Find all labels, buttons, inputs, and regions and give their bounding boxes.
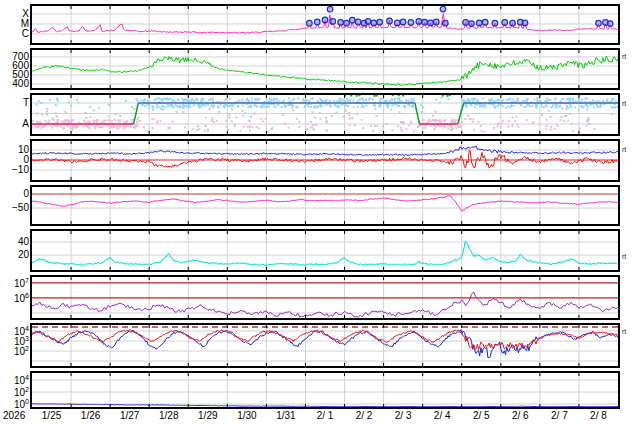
date-label: 2/ 4 xyxy=(425,410,459,422)
panel-imf-bt-bz xyxy=(30,139,620,182)
date-label: 2/ 3 xyxy=(386,410,420,422)
y-tick-label-imf-sector: T xyxy=(0,98,29,108)
date-label: 1/30 xyxy=(230,410,264,422)
y-tick-label-proton-flux: 104 xyxy=(0,375,29,386)
date-label: 2/ 2 xyxy=(347,410,381,422)
panel-high-energy-flux xyxy=(30,275,620,320)
date-label: 2/ 7 xyxy=(542,410,576,422)
y-tick-label-imf-bt-bz: −10 xyxy=(0,165,29,175)
solar-terrestrial-activity-plot: XMC700600500400TA100−100−504020107106104… xyxy=(0,0,634,424)
y-tick-label-solar-wind-speed: 400 xyxy=(0,79,29,89)
panel-dst-index xyxy=(30,185,620,226)
date-label: 2/ 8 xyxy=(581,410,615,422)
rt-source-label: rt xyxy=(622,53,626,60)
date-label: 1/25 xyxy=(35,410,69,422)
rt-source-label: rt xyxy=(622,146,626,153)
solar-wind-density-canvas xyxy=(32,231,618,270)
date-label: 2/ 6 xyxy=(503,410,537,422)
date-label: 2/ 5 xyxy=(464,410,498,422)
electron-flux-canvas xyxy=(32,325,618,366)
dst-index-canvas xyxy=(32,187,618,224)
rt-source-label: rt xyxy=(622,328,626,335)
xray-flux-canvas xyxy=(32,6,618,43)
y-tick-label-xray-flux: C xyxy=(0,29,29,39)
date-label: 1/27 xyxy=(113,410,147,422)
y-tick-label-high-energy-flux: 107 xyxy=(0,278,29,289)
date-label: 1/26 xyxy=(74,410,108,422)
y-tick-label-dst-index: −50 xyxy=(0,203,29,213)
y-tick-label-solar-wind-density: 20 xyxy=(0,250,29,260)
imf-bt-bz-canvas xyxy=(32,141,618,180)
panel-xray-flux xyxy=(30,4,620,45)
panel-imf-sector xyxy=(30,93,620,136)
rt-source-label: rt xyxy=(622,253,626,260)
date-label: 1/31 xyxy=(269,410,303,422)
y-tick-label-electron-flux: 102 xyxy=(0,346,29,357)
year-label: 2026 xyxy=(3,410,35,422)
y-tick-label-high-energy-flux: 106 xyxy=(0,293,29,304)
panel-proton-flux xyxy=(30,371,620,409)
proton-flux-canvas xyxy=(32,373,618,407)
y-tick-label-imf-sector: A xyxy=(0,119,29,129)
rt-source-label: rt xyxy=(622,100,626,107)
y-tick-label-solar-wind-density: 40 xyxy=(0,237,29,247)
y-tick-label-dst-index: 0 xyxy=(0,189,29,199)
date-label: 1/29 xyxy=(191,410,225,422)
high-energy-flux-canvas xyxy=(32,277,618,318)
date-label: 1/28 xyxy=(152,410,186,422)
y-tick-label-proton-flux: 102 xyxy=(0,387,29,398)
date-label: 2/ 1 xyxy=(308,410,342,422)
y-tick-label-proton-flux: 100 xyxy=(0,399,29,410)
panel-solar-wind-speed xyxy=(30,48,620,90)
panel-solar-wind-density xyxy=(30,229,620,272)
imf-sector-canvas xyxy=(32,95,618,134)
solar-wind-speed-canvas xyxy=(32,50,618,88)
panel-electron-flux xyxy=(30,323,620,368)
